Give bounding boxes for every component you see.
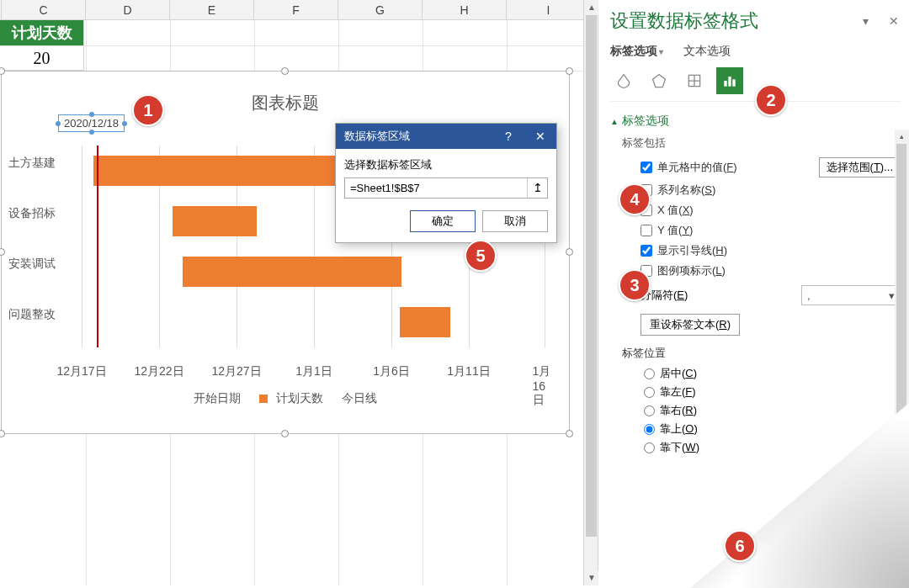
radio-above-label: 靠上(O) bbox=[660, 421, 698, 437]
legend-item: 开始日期 bbox=[194, 391, 241, 405]
chk-legend-key-label: 图例项标示(L) bbox=[657, 263, 726, 278]
select-range-button[interactable]: 选择范围(T)... bbox=[819, 157, 901, 177]
x-tick: 12月17日 bbox=[56, 364, 106, 379]
radio-above[interactable] bbox=[644, 424, 655, 435]
y-category-3: 安装调试 bbox=[8, 257, 76, 272]
radio-below-label: 靠下(W) bbox=[660, 440, 699, 455]
column-headers: C D E F G H I bbox=[0, 0, 593, 20]
sheet-vertical-scrollbar[interactable]: ▲ ▼ bbox=[583, 0, 598, 585]
col-f[interactable]: F bbox=[254, 0, 338, 19]
range-picker-icon[interactable]: ↥ bbox=[527, 178, 547, 198]
dialog-field-label: 选择数据标签区域 bbox=[344, 157, 548, 172]
svg-rect-4 bbox=[732, 79, 735, 86]
range-input[interactable] bbox=[345, 178, 527, 198]
scroll-down-icon[interactable]: ▼ bbox=[584, 570, 599, 585]
legend-item: 今日线 bbox=[342, 391, 377, 405]
subhead-label-contains: 标签包括 bbox=[622, 135, 901, 151]
resize-handle[interactable] bbox=[281, 430, 289, 437]
scroll-thumb[interactable] bbox=[896, 144, 906, 464]
y-category-4: 问题整改 bbox=[8, 307, 76, 322]
separator-select[interactable]: ,▾ bbox=[801, 285, 901, 305]
x-tick: 1月6日 bbox=[373, 364, 410, 379]
cell-plan-days-value[interactable]: 20 bbox=[0, 45, 84, 71]
col-d[interactable]: D bbox=[86, 0, 170, 19]
today-line[interactable] bbox=[97, 146, 98, 347]
chk-value-from-cells[interactable] bbox=[641, 162, 652, 173]
selected-data-label[interactable]: 2020/12/18 bbox=[58, 114, 125, 132]
series-bar[interactable] bbox=[183, 257, 401, 287]
radio-below[interactable] bbox=[644, 442, 655, 453]
dialog-titlebar[interactable]: 数据标签区域 ? ✕ bbox=[336, 124, 556, 149]
x-tick: 1月1日 bbox=[295, 364, 332, 379]
radio-center[interactable] bbox=[644, 368, 655, 379]
pane-menu-icon[interactable]: ▾ bbox=[858, 14, 872, 28]
x-tick: 12月27日 bbox=[211, 364, 261, 379]
scroll-up-icon[interactable]: ▴ bbox=[895, 130, 909, 144]
chevron-down-icon: ▾ bbox=[889, 289, 895, 302]
cell-header-plan-days[interactable]: 计划天数 bbox=[0, 20, 84, 45]
svg-rect-2 bbox=[724, 81, 726, 87]
resize-handle[interactable] bbox=[281, 67, 289, 75]
chart-title[interactable]: 图表标题 bbox=[252, 92, 319, 114]
resize-handle[interactable] bbox=[0, 248, 5, 256]
x-tick: 12月22日 bbox=[134, 364, 183, 379]
radio-left-label: 靠左(F) bbox=[660, 384, 696, 400]
callout-2: 2 bbox=[755, 84, 787, 116]
chk-x-value-label: X 值(X) bbox=[657, 203, 694, 218]
label-options-icon[interactable] bbox=[716, 67, 743, 94]
col-e[interactable]: E bbox=[170, 0, 254, 19]
radio-center-label: 居中(C) bbox=[660, 366, 697, 381]
svg-marker-0 bbox=[653, 75, 666, 87]
chart-legend[interactable]: 开始日期 计划天数 今日线 bbox=[2, 391, 569, 406]
worksheet[interactable]: C D E F G H I 计划天数 20 图表标题 土方基建 设备招标 安装调… bbox=[0, 0, 593, 585]
scroll-down-icon[interactable]: ▾ bbox=[895, 569, 909, 584]
col-c[interactable]: C bbox=[2, 0, 86, 19]
dialog-help-button[interactable]: ? bbox=[492, 124, 524, 149]
radio-left[interactable] bbox=[644, 387, 655, 398]
col-i[interactable]: I bbox=[507, 0, 591, 19]
pane-scrollbar[interactable]: ▴ ▾ bbox=[895, 130, 909, 584]
dialog-title: 数据标签区域 bbox=[344, 129, 410, 144]
size-properties-icon[interactable] bbox=[681, 67, 708, 94]
callout-1: 1 bbox=[132, 94, 164, 126]
resize-handle[interactable] bbox=[566, 248, 573, 256]
y-category-1: 土方基建 bbox=[8, 156, 76, 171]
x-tick: 1月11日 bbox=[447, 364, 490, 379]
scroll-thumb[interactable] bbox=[586, 15, 597, 537]
pane-title: 设置数据标签格式 bbox=[610, 8, 758, 34]
tab-label-options[interactable]: 标签选项▾ bbox=[610, 44, 663, 59]
resize-handle[interactable] bbox=[0, 67, 5, 75]
legend-swatch bbox=[259, 395, 268, 403]
section-label-options[interactable]: ▲标签选项 bbox=[610, 114, 901, 129]
tab-text-options[interactable]: 文本选项 bbox=[683, 44, 731, 59]
col-g[interactable]: G bbox=[338, 0, 423, 19]
pane-close-icon[interactable]: ✕ bbox=[887, 14, 901, 28]
col-h[interactable]: H bbox=[423, 0, 507, 19]
cancel-button[interactable]: 取消 bbox=[482, 210, 548, 232]
effects-icon[interactable] bbox=[646, 67, 672, 94]
y-category-2: 设备招标 bbox=[8, 206, 76, 221]
callout-6: 6 bbox=[724, 530, 756, 562]
resize-handle[interactable] bbox=[566, 67, 573, 75]
reset-label-text-button[interactable]: 重设标签文本(R) bbox=[641, 314, 740, 336]
chk-series-name-label: 系列名称(S) bbox=[657, 183, 715, 198]
callout-3: 3 bbox=[619, 269, 651, 301]
radio-right[interactable] bbox=[644, 405, 655, 416]
resize-handle[interactable] bbox=[566, 430, 573, 437]
series-bar[interactable] bbox=[173, 206, 257, 236]
scroll-up-icon[interactable]: ▲ bbox=[584, 0, 599, 15]
callout-5: 5 bbox=[465, 240, 497, 272]
chk-y-value[interactable] bbox=[641, 225, 652, 236]
svg-rect-3 bbox=[728, 77, 731, 87]
series-bar[interactable] bbox=[400, 307, 450, 337]
fill-line-icon[interactable] bbox=[610, 67, 637, 94]
data-label-range-dialog: 数据标签区域 ? ✕ 选择数据标签区域 ↥ 确定 取消 bbox=[335, 123, 557, 243]
dialog-close-button[interactable]: ✕ bbox=[524, 124, 556, 149]
chk-leader-lines-label: 显示引导线(H) bbox=[657, 243, 727, 258]
label-position-header: 标签位置 bbox=[622, 346, 901, 361]
ok-button[interactable]: 确定 bbox=[410, 210, 476, 232]
chk-value-from-cells-label: 单元格中的值(F) bbox=[657, 160, 737, 175]
radio-right-label: 靠右(R) bbox=[660, 403, 697, 418]
chk-leader-lines[interactable] bbox=[641, 245, 652, 257]
legend-item: 计划天数 bbox=[276, 391, 323, 405]
